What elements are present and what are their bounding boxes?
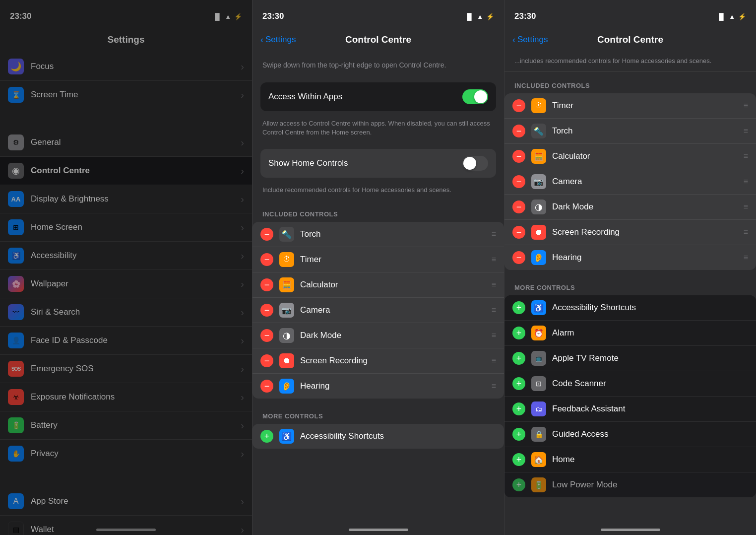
remove-camera-btn-3[interactable] [512, 175, 525, 188]
show-home-controls-toggle[interactable] [462, 156, 488, 171]
access-within-apps-toggle[interactable] [462, 89, 488, 104]
show-home-controls-row[interactable]: Show Home Controls [260, 149, 496, 178]
calculator-drag-3[interactable] [744, 152, 748, 161]
dark-mode-drag[interactable] [492, 331, 496, 340]
settings-item-face-id[interactable]: 👤 Face ID & Passcode [0, 327, 252, 355]
add-home-btn[interactable] [512, 453, 525, 466]
control-item-torch-3[interactable]: 🔦 Torch [504, 119, 756, 144]
control-item-camera-3[interactable]: 📷 Camera [504, 169, 756, 195]
settings-item-exposure[interactable]: ☣ Exposure Notifications [0, 383, 252, 411]
hearing-drag-3[interactable] [744, 253, 748, 262]
control-item-hearing-3[interactable]: 👂 Hearing [504, 245, 756, 270]
home-screen-chevron [241, 222, 244, 233]
settings-item-focus[interactable]: 🌙 Focus [0, 53, 252, 81]
control-item-hearing[interactable]: 👂 Hearing [252, 374, 504, 399]
timer-drag-3[interactable] [744, 101, 748, 110]
remove-torch-btn[interactable] [260, 228, 273, 241]
remove-camera-btn[interactable] [260, 304, 273, 317]
control-item-dark-mode[interactable]: ◑ Dark Mode [252, 323, 504, 348]
add-guided-access-btn[interactable] [512, 428, 525, 441]
control-item-guided-access[interactable]: 🔒 Guided Access [504, 422, 756, 447]
access-within-apps-row[interactable]: Access Within Apps [260, 82, 496, 111]
add-alarm-btn[interactable] [512, 327, 525, 339]
settings-item-display[interactable]: AA Display & Brightness [0, 185, 252, 213]
settings-list[interactable]: 🌙 Focus ⌛ Screen Time ⚙ General ◉ Contro… [0, 53, 252, 535]
status-bar-2: 23:30 ▐▌ ▲ ⚡ [252, 0, 504, 27]
settings-item-screen-time[interactable]: ⌛ Screen Time [0, 81, 252, 109]
control-centre-content[interactable]: Swipe down from the top-right edge to op… [252, 53, 504, 535]
cc-top-partial: ...includes recommended controls for Hom… [504, 53, 756, 72]
add-feedback-assistant-btn[interactable] [512, 402, 525, 415]
torch-drag[interactable] [492, 230, 496, 239]
remove-timer-btn[interactable] [260, 253, 273, 266]
control-centre-label: Control Centre [31, 166, 241, 176]
settings-item-siri[interactable]: 〰 Siri & Search [0, 298, 252, 327]
hearing-drag[interactable] [492, 382, 496, 391]
timer-drag[interactable] [492, 255, 496, 264]
control-item-alarm[interactable]: ⏰ Alarm [504, 321, 756, 346]
signal-icon-2: ▐▌ [465, 13, 474, 20]
control-item-low-power[interactable]: 🔋 Low Power Mode [504, 472, 756, 497]
control-centre-panel-2: 23:30 ▐▌ ▲ ⚡ ‹ Settings Control Centre .… [504, 0, 756, 535]
screen-recording-label-3: Screen Recording [552, 227, 744, 237]
calculator-drag[interactable] [492, 280, 496, 289]
settings-item-home-screen[interactable]: ⊞ Home Screen [0, 213, 252, 242]
control-item-timer[interactable]: ⏱ Timer [252, 247, 504, 272]
settings-item-privacy[interactable]: ✋ Privacy [0, 440, 252, 468]
control-item-camera[interactable]: 📷 Camera [252, 298, 504, 323]
wallpaper-label: Wallpaper [31, 279, 241, 289]
control-centre-content-2[interactable]: ...includes recommended controls for Hom… [504, 53, 756, 535]
control-item-accessibility-shortcuts[interactable]: ♿ Accessibility Shortcuts [252, 424, 504, 449]
dark-mode-drag-3[interactable] [744, 202, 748, 211]
back-button-2[interactable]: ‹ Settings [260, 35, 296, 45]
remove-timer-btn-3[interactable] [512, 99, 525, 112]
remove-torch-btn-3[interactable] [512, 125, 525, 137]
settings-item-wallpaper[interactable]: 🌸 Wallpaper [0, 270, 252, 298]
control-item-apple-tv[interactable]: 📺 Apple TV Remote [504, 346, 756, 371]
camera-drag[interactable] [492, 306, 496, 315]
screen-recording-drag-3[interactable] [744, 228, 748, 237]
control-item-feedback-assistant[interactable]: 🗂 Feedback Assistant [504, 397, 756, 422]
control-item-code-scanner[interactable]: ⊡ Code Scanner [504, 371, 756, 397]
settings-item-wallet[interactable]: ▤ Wallet [0, 516, 252, 535]
camera-drag-3[interactable] [744, 177, 748, 186]
control-item-calculator[interactable]: 🧮 Calculator [252, 272, 504, 298]
screen-recording-icon: ⏺ [279, 353, 294, 368]
remove-screen-recording-btn-3[interactable] [512, 226, 525, 239]
add-acc-shortcuts-btn[interactable] [512, 301, 525, 314]
settings-item-general[interactable]: ⚙ General [0, 129, 252, 157]
remove-calculator-btn-3[interactable] [512, 150, 525, 163]
add-accessibility-shortcuts-btn[interactable] [260, 430, 273, 443]
control-item-screen-recording[interactable]: ⏺ Screen Recording [252, 348, 504, 374]
add-apple-tv-btn[interactable] [512, 352, 525, 365]
control-item-timer-3[interactable]: ⏱ Timer [504, 93, 756, 119]
remove-hearing-btn[interactable] [260, 380, 273, 393]
settings-item-accessibility[interactable]: ♿ Accessibility [0, 242, 252, 270]
control-item-torch[interactable]: 🔦 Torch [252, 222, 504, 247]
remove-hearing-btn-3[interactable] [512, 251, 525, 264]
control-item-screen-recording-3[interactable]: ⏺ Screen Recording [504, 220, 756, 245]
timer-icon-3: ⏱ [531, 98, 546, 113]
settings-item-battery[interactable]: 🔋 Battery [0, 411, 252, 440]
back-button-3[interactable]: ‹ Settings [512, 35, 548, 45]
torch-drag-3[interactable] [744, 127, 748, 135]
dark-mode-label-3: Dark Mode [552, 202, 744, 212]
battery-label: Battery [31, 420, 241, 430]
remove-calculator-btn[interactable] [260, 278, 273, 291]
screen-recording-drag[interactable] [492, 356, 496, 365]
add-code-scanner-btn[interactable] [512, 377, 525, 390]
more-controls-header: MORE CONTROLS [252, 402, 504, 424]
settings-item-app-store[interactable]: A App Store [0, 487, 252, 516]
remove-screen-recording-btn[interactable] [260, 354, 273, 367]
add-low-power-btn[interactable] [512, 478, 525, 491]
control-item-calculator-3[interactable]: 🧮 Calculator [504, 144, 756, 169]
settings-item-control-centre[interactable]: ◉ Control Centre [0, 157, 252, 185]
control-item-dark-mode-3[interactable]: ◑ Dark Mode [504, 195, 756, 220]
control-item-acc-shortcuts-3[interactable]: ♿ Accessibility Shortcuts [504, 295, 756, 321]
remove-dark-mode-btn[interactable] [260, 329, 273, 342]
remove-dark-mode-btn-3[interactable] [512, 201, 525, 213]
calculator-label: Calculator [300, 280, 492, 290]
settings-item-emergency[interactable]: SOS Emergency SOS [0, 355, 252, 383]
back-label-2: Settings [265, 35, 296, 45]
control-item-home[interactable]: 🏠 Home [504, 447, 756, 472]
